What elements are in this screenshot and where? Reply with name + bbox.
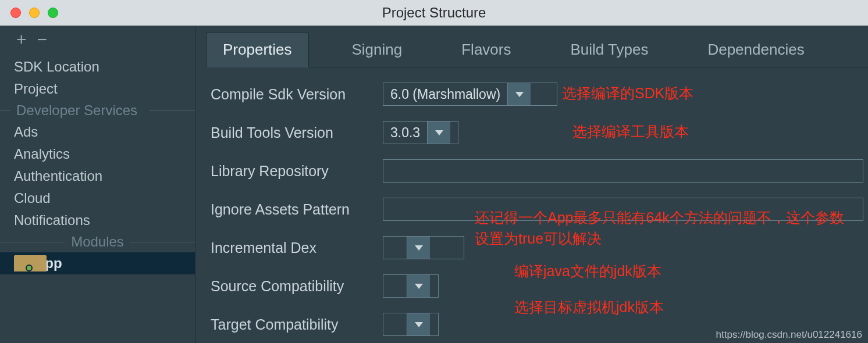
- compile-sdk-value: 6.0 (Marshmallow): [383, 83, 507, 105]
- chevron-down-icon[interactable]: [427, 122, 450, 144]
- incremental-dex-value: [383, 237, 407, 259]
- build-tools-label: Build Tools Version: [211, 124, 383, 141]
- remove-button[interactable]: −: [37, 31, 48, 48]
- close-icon[interactable]: [10, 8, 21, 18]
- tab-properties[interactable]: Properties: [206, 32, 309, 67]
- incremental-dex-combo[interactable]: [383, 236, 464, 259]
- library-repo-field[interactable]: [383, 159, 863, 183]
- incremental-dex-label: Incremental Dex: [211, 240, 383, 256]
- sidebar-item-sdk-location[interactable]: SDK Location: [0, 56, 195, 78]
- minimize-icon[interactable]: [29, 8, 40, 18]
- titlebar: Project Structure: [0, 0, 868, 26]
- build-tools-combo[interactable]: 3.0.3: [383, 121, 458, 144]
- watermark: https://blog.csdn.net/u012241616: [716, 329, 862, 341]
- ignore-assets-label: Ignore Assets Pattern: [211, 201, 383, 218]
- window-title: Project Structure: [0, 5, 868, 21]
- sidebar-item-notifications[interactable]: Notifications: [0, 209, 195, 231]
- chevron-down-icon[interactable]: [407, 313, 430, 335]
- tab-signing[interactable]: Signing: [336, 33, 419, 67]
- library-repo-label: Library Repository: [211, 163, 383, 180]
- sidebar-item-cloud[interactable]: Cloud: [0, 187, 195, 209]
- target-compat-combo[interactable]: [383, 313, 439, 336]
- content-pane: Properties Signing Flavors Build Types D…: [195, 26, 868, 343]
- sidebar-toolbar: + −: [0, 26, 195, 53]
- tab-flavors[interactable]: Flavors: [445, 33, 527, 67]
- module-icon: [14, 258, 30, 269]
- compile-sdk-combo[interactable]: 6.0 (Marshmallow): [383, 83, 557, 106]
- add-button[interactable]: +: [16, 31, 27, 48]
- sidebar-item-project[interactable]: Project: [0, 78, 195, 100]
- compile-sdk-label: Compile Sdk Version: [211, 86, 383, 103]
- tab-dependencies[interactable]: Dependencies: [691, 33, 820, 67]
- tab-build-types[interactable]: Build Types: [554, 33, 664, 67]
- sidebar: + − SDK Location Project Developer Servi…: [0, 26, 195, 343]
- sidebar-header-modules: Modules: [0, 231, 195, 252]
- target-compat-label: Target Compatibility: [211, 316, 383, 333]
- source-compat-combo[interactable]: [383, 274, 439, 298]
- source-compat-label: Source Compatibility: [211, 278, 383, 295]
- build-tools-value: 3.0.3: [383, 122, 427, 144]
- sidebar-item-authentication[interactable]: Authentication: [0, 165, 195, 187]
- chevron-down-icon[interactable]: [407, 237, 430, 259]
- window-controls: [0, 8, 58, 18]
- chevron-down-icon[interactable]: [507, 83, 531, 105]
- maximize-icon[interactable]: [48, 8, 58, 18]
- sidebar-item-analytics[interactable]: Analytics: [0, 143, 195, 165]
- sidebar-item-ads[interactable]: Ads: [0, 121, 195, 143]
- sidebar-header-dev-services: Developer Services: [0, 100, 195, 121]
- tab-bar: Properties Signing Flavors Build Types D…: [206, 26, 868, 67]
- target-compat-value: [383, 313, 407, 335]
- ignore-assets-field[interactable]: [383, 198, 863, 221]
- sidebar-module-app[interactable]: app: [0, 252, 195, 274]
- source-compat-value: [383, 275, 407, 297]
- chevron-down-icon[interactable]: [407, 275, 430, 297]
